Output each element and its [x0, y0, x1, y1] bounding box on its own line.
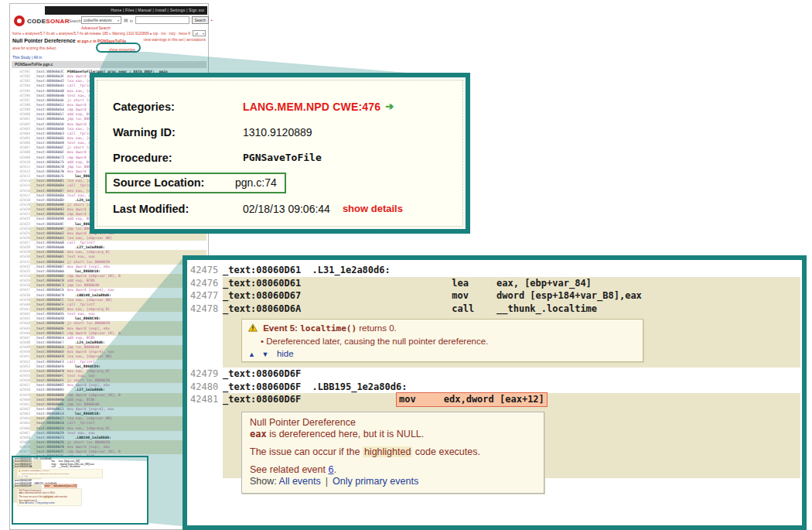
event-5-note: Event 5: localtime() returns 0. • Derefe… [241, 319, 643, 362]
line-number: 42478 [190, 303, 220, 316]
codesonar-logo-icon [14, 15, 25, 26]
code-line: 42481_text:08060D6F mov edx,dword [eax+1… [223, 393, 800, 406]
search-input[interactable] [135, 16, 189, 24]
last-modified-row: Last Modified: 02/18/13 09:06:44 show de… [113, 196, 462, 221]
search-scope-dropdown[interactable]: codes/file analysis [81, 16, 121, 24]
code-line: 42478_text:08060D6A call __thunk_.localt… [223, 303, 800, 316]
code-line: 42478_text:08060D6A call __thunk_.localt… [13, 465, 42, 467]
procedure-row: Procedure: PGNSaveToFile [113, 145, 462, 170]
highlighted-instruction: mov edx,dword [eax+12] [44, 484, 77, 488]
source-location-label: Source Location: [113, 176, 235, 189]
line-number: 42477 [12, 463, 12, 465]
line-number: 42475 [12, 457, 12, 460]
required-marker-icon: ▪ [211, 18, 213, 22]
warning-id-label: Warning ID: [113, 126, 243, 138]
all-events-link[interactable]: All events [279, 476, 321, 487]
code-line: 42477_text:08060D67 mov dword [esp+184+v… [223, 289, 800, 303]
event-hide-link: hide [25, 475, 29, 477]
all-events-link: All events [25, 502, 33, 504]
source-location-row: Source Location: pgn.c:74 [113, 170, 462, 196]
source-location-highlight-box: Source Location: pgn.c:74 [105, 173, 286, 193]
line-number: 42478 [12, 465, 12, 467]
only-primary-events-link: Only primary events [36, 502, 55, 504]
line-number: 42476 [12, 460, 12, 462]
warning-properties-callout: Categories: LANG.MEM.NPD CWE:476 ➔ Warni… [90, 73, 470, 234]
event-bullet: • Dereferenced later, causing the null p… [248, 337, 636, 346]
categories-label: Categories: [113, 101, 243, 113]
search-button[interactable]: Search [192, 16, 209, 24]
source-location-value: pgn.c:74 [235, 176, 277, 189]
code-line: 42479_text:08060D6F [223, 368, 800, 381]
search-in-label: in [130, 19, 133, 23]
line-number: 42475 [190, 264, 220, 277]
show-label: Show: [19, 502, 24, 504]
categories-row: Categories: LANG.MEM.NPD CWE:476 ➔ [113, 94, 462, 119]
code-line: 42480_text:08060D6F .LBB195_1e2a80d6: [223, 381, 800, 394]
study-links[interactable]: This Study | All in [12, 55, 42, 60]
event-code: localtime() [29, 470, 41, 472]
event-prev-arrow: ▲ [19, 476, 20, 477]
advanced-search-link[interactable]: Advanced Search [81, 26, 111, 30]
warning-message-box: Null Pointer Dereference eax is derefere… [17, 488, 81, 505]
highlighted-word-chip: highlighted [43, 496, 53, 498]
event-label: Event 5: [263, 323, 298, 333]
line-number: 42479 [190, 368, 220, 381]
last-modified-value: 02/18/13 09:06:44 [243, 203, 330, 215]
highlighted-instruction[interactable]: mov edx,dword [eax+12] [396, 392, 548, 407]
zoom-source-oval [96, 43, 141, 53]
procedure-header-bar: PGNSaveToFile pgn.c [12, 61, 206, 68]
codesonar-brand: CODESONAR [27, 18, 70, 25]
line-number: 42481 [12, 484, 12, 487]
procedure-value: PGNSaveToFile [243, 152, 322, 163]
last-modified-label: Last Modified: [113, 203, 243, 215]
register-name: eax [250, 429, 267, 439]
only-primary-events-link[interactable]: Only primary events [333, 476, 418, 487]
highlighted-word-chip: highlighted [363, 446, 412, 457]
line-number: 42477 [190, 289, 220, 303]
procedure-label: Procedure: [113, 152, 243, 164]
code-line: 42475_text:08060D61 .L31_1e2a80d6: [223, 264, 800, 277]
event-hide-link[interactable]: hide [277, 349, 294, 358]
warning-region-block: 42481_text:08060D6F mov edx,dword [eax+1… [223, 393, 800, 495]
warning-title-right-links[interactable]: view warnings in this set | annotations [144, 38, 206, 42]
external-link-icon[interactable]: ➔ [385, 101, 394, 112]
categories-value-link[interactable]: LANG.MEM.NPD CWE:476 [243, 101, 380, 113]
show-label: Show: [250, 476, 277, 487]
top-menu-bar[interactable]: Home | Files | Manual | Install | Settin… [45, 6, 207, 15]
event-next-arrow[interactable]: ▼ [261, 350, 268, 358]
event-code: localtime() [300, 323, 357, 333]
warning-message-title: Null Pointer Dereference [250, 417, 536, 429]
event-region-block: 42476_text:08060D61 lea eax, [ebp+var_84… [223, 277, 800, 368]
event-label: Event 5: [22, 470, 29, 472]
zoom-source-region: 42475_text:08060D61 .L31_1e2a80d6: 42476… [12, 456, 148, 525]
line-number: 42481 [190, 393, 220, 406]
warning-triangle-icon [248, 323, 258, 332]
code-line: 42476_text:08060D61 lea eax, [ebp+var_84… [223, 277, 800, 290]
line-number: 42480 [12, 482, 12, 484]
warning-triangle-icon [19, 470, 21, 471]
line-number: 42476 [190, 277, 220, 290]
warning-id-row: Warning ID: 1310.9120889 [113, 119, 462, 145]
search-label: Search: [69, 19, 82, 23]
event-prev-arrow[interactable]: ▲ [248, 350, 255, 358]
code-view-callout: 42475_text:08060D61 .L31_1e2a80d6: 42476… [183, 255, 807, 530]
filter-dropdown[interactable]: all [193, 30, 206, 36]
warning-subtitle-link[interactable]: area for scoring this defect [12, 46, 56, 50]
warning-region-block: 42481_text:08060D6F mov edx,dword [eax+1… [13, 484, 42, 506]
line-number: 42480 [190, 381, 220, 394]
line-number: 42479 [12, 479, 12, 481]
breadcrumb[interactable]: home » analyses/5.7-fix-alt » analyses/5… [12, 32, 190, 36]
show-details-link[interactable]: show details [343, 203, 403, 214]
event-region-block: 42476_text:08060D61 lea eax, [ebp+var_84… [13, 460, 42, 479]
warning-message-box: Null Pointer Dereference eax is derefere… [241, 412, 544, 494]
event-5-note: Event 5: localtime() returns 0. • Derefe… [17, 469, 102, 478]
warning-id-value: 1310.9120889 [243, 126, 312, 138]
code-line: 42481_text:08060D6F mov edx,dword [eax+1… [13, 484, 42, 487]
event-bullet: • Dereferenced later, causing the null p… [19, 473, 101, 475]
event-next-arrow: ▼ [22, 476, 23, 477]
document-icon: ▤ [124, 17, 128, 22]
